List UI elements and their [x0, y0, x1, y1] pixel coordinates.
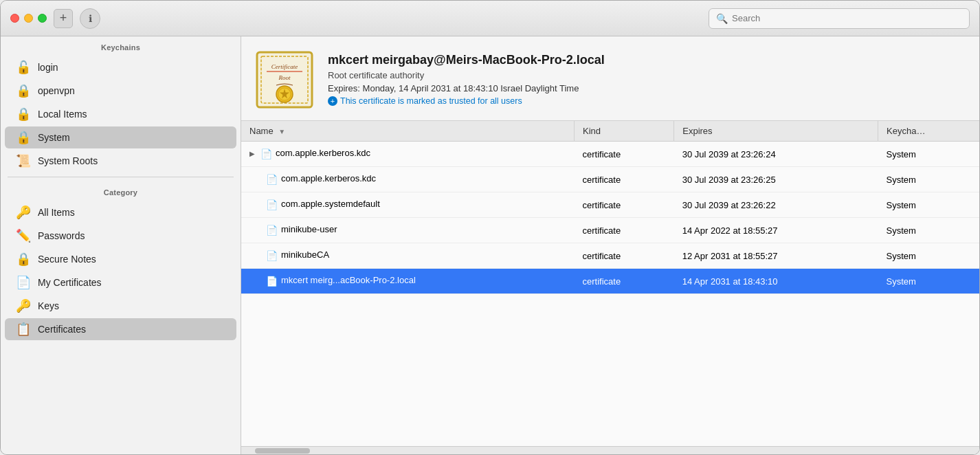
search-bar[interactable]: 🔍 — [709, 8, 970, 29]
row-name-text: mkcert meirg...acBook-Pro-2.local — [281, 275, 416, 285]
cell-kind: certificate — [575, 167, 674, 192]
sidebar-item-system[interactable]: 🔒 System — [5, 126, 236, 148]
close-button[interactable] — [10, 14, 19, 23]
col-name[interactable]: Name ▼ — [241, 121, 575, 142]
lock-icon: 🔒 — [16, 83, 31, 98]
traffic-lights — [10, 14, 47, 23]
sidebar-item-keys[interactable]: 🔑 Keys — [5, 295, 236, 317]
cert-expires: Expires: Monday, 14 April 2031 at 18:43:… — [328, 83, 605, 93]
cell-name: 📄minikube-user — [241, 218, 575, 243]
cell-name: 📄mkcert meirg...acBook-Pro-2.local — [241, 269, 575, 294]
key-icon: 🔑 — [16, 298, 31, 313]
sidebar-item-system-roots[interactable]: 📜 System Roots — [5, 150, 236, 172]
keys-icon: 🔑 — [16, 205, 31, 220]
sidebar-item-label: My Certificates — [38, 277, 102, 288]
table-row[interactable]: 📄com.apple.kerberos.kdccertificate30 Jul… — [241, 167, 979, 192]
row-cert-icon: 📄 — [265, 173, 278, 186]
cert-header: Certificate Root mkcert meirgabay@Meirs-… — [241, 36, 979, 121]
col-keychain[interactable]: Keycha… — [878, 121, 979, 142]
sidebar-item-login[interactable]: 🔓 login — [5, 56, 236, 78]
sidebar-item-label: Certificates — [38, 324, 86, 335]
add-button[interactable]: + — [54, 9, 73, 28]
note-icon: 🔒 — [16, 252, 31, 267]
cert-info: mkcert meirgabay@Meirs-MacBook-Pro-2.loc… — [328, 49, 605, 106]
cell-kind: certificate — [575, 142, 674, 167]
sidebar-item-openvpn[interactable]: 🔒 openvpn — [5, 80, 236, 102]
table-row[interactable]: 📄minikubeCAcertificate12 Apr 2031 at 18:… — [241, 243, 979, 269]
cell-expires: 14 Apr 2031 at 18:43:10 — [674, 269, 878, 294]
titlebar: + ℹ 🔍 — [1, 1, 979, 36]
right-panel: Certificate Root mkcert meirgabay@Meirs-… — [241, 36, 979, 454]
row-name-text: com.apple.systemdefault — [281, 199, 380, 209]
cell-name: ▶📄com.apple.kerberos.kdc — [241, 142, 575, 167]
sort-indicator: ▼ — [278, 128, 285, 135]
sidebar: Keychains 🔓 login 🔒 openvpn 🔒 Local Item… — [1, 36, 241, 454]
lock-open-icon: 🔓 — [16, 60, 31, 75]
svg-text:Root: Root — [278, 74, 291, 81]
cell-kind: certificate — [575, 243, 674, 269]
row-cert-icon: 📄 — [265, 249, 278, 263]
cell-name: 📄minikubeCA — [241, 243, 575, 269]
cert-icon-wrapper: Certificate Root — [254, 49, 315, 111]
col-expires[interactable]: Expires — [674, 121, 878, 142]
keychains-header: Keychains — [1, 36, 241, 56]
trust-plus-icon: + — [328, 96, 337, 106]
sidebar-item-label: Passwords — [38, 230, 85, 241]
cell-expires: 12 Apr 2031 at 18:55:27 — [674, 243, 878, 269]
cell-keychain: System — [878, 218, 979, 243]
cell-expires: 30 Jul 2039 at 23:26:25 — [674, 167, 878, 192]
sidebar-item-secure-notes[interactable]: 🔒 Secure Notes — [5, 248, 236, 270]
cell-kind: certificate — [575, 218, 674, 243]
sidebar-item-label: System Roots — [38, 155, 98, 166]
cell-name: 📄com.apple.kerberos.kdc — [241, 167, 575, 192]
sidebar-item-label: System — [38, 132, 70, 143]
sidebar-item-local-items[interactable]: 🔒 Local Items — [5, 103, 236, 125]
sidebar-item-all-items[interactable]: 🔑 All Items — [5, 201, 236, 223]
cert-subtitle: Root certificate authority — [328, 70, 605, 80]
row-name-text: com.apple.kerberos.kdc — [281, 173, 376, 184]
sidebar-item-label: Local Items — [38, 109, 87, 120]
table-row[interactable]: 📄mkcert meirg...acBook-Pro-2.localcertif… — [241, 269, 979, 294]
cell-kind: certificate — [575, 269, 674, 294]
sidebar-item-label: openvpn — [38, 85, 75, 96]
lock-icon: 🔒 — [16, 107, 31, 122]
expand-icon[interactable]: ▶ — [249, 150, 255, 157]
sidebar-item-label: Secure Notes — [38, 254, 96, 265]
lock-icon: 🔒 — [16, 130, 31, 145]
row-name-text: com.apple.kerberos.kdc — [276, 148, 370, 158]
row-name-text: minikube-user — [281, 224, 337, 234]
cell-name: 📄com.apple.systemdefault — [241, 192, 575, 218]
sidebar-item-certificates[interactable]: 📋 Certificates — [5, 318, 236, 340]
svg-text:Certificate: Certificate — [271, 63, 298, 70]
cert-trusted: + This certificate is marked as trusted … — [328, 96, 605, 106]
pencil-icon: ✏️ — [16, 228, 31, 243]
minimize-button[interactable] — [24, 14, 33, 23]
sidebar-divider — [8, 177, 234, 177]
sidebar-item-my-certificates[interactable]: 📄 My Certificates — [5, 271, 236, 293]
cell-keychain: System — [878, 142, 979, 167]
cell-keychain: System — [878, 167, 979, 192]
col-kind[interactable]: Kind — [575, 121, 674, 142]
row-name-text: minikubeCA — [281, 249, 329, 260]
cert-list-icon: 📋 — [16, 322, 31, 337]
maximize-button[interactable] — [38, 14, 47, 23]
cell-expires: 14 Apr 2022 at 18:55:27 — [674, 218, 878, 243]
scrollbar-thumb[interactable] — [255, 448, 310, 454]
search-input[interactable] — [732, 13, 962, 23]
table-row[interactable]: 📄com.apple.systemdefaultcertificate30 Ju… — [241, 192, 979, 218]
row-cert-icon: 📄 — [265, 274, 278, 288]
table-container[interactable]: Name ▼ Kind Expires Keycha… — [241, 121, 979, 446]
table-row[interactable]: ▶📄com.apple.kerberos.kdccertificate30 Ju… — [241, 142, 979, 167]
cell-keychain: System — [878, 243, 979, 269]
certificate-icon: 📜 — [16, 153, 31, 168]
cell-expires: 30 Jul 2039 at 23:26:24 — [674, 142, 878, 167]
sidebar-item-passwords[interactable]: ✏️ Passwords — [5, 225, 236, 247]
certificates-table: Name ▼ Kind Expires Keycha… — [241, 121, 979, 294]
table-row[interactable]: 📄minikube-usercertificate14 Apr 2022 at … — [241, 218, 979, 243]
info-button[interactable]: ℹ — [80, 8, 100, 29]
horizontal-scrollbar[interactable] — [241, 446, 979, 454]
main-area: Keychains 🔓 login 🔒 openvpn 🔒 Local Item… — [1, 36, 979, 454]
cell-keychain: System — [878, 269, 979, 294]
cell-kind: certificate — [575, 192, 674, 218]
cell-keychain: System — [878, 192, 979, 218]
